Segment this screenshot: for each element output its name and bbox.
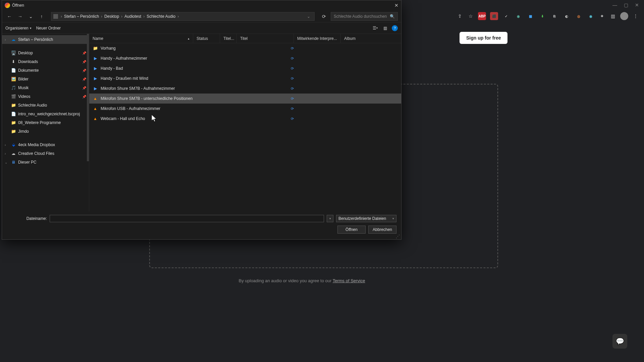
resize-grip[interactable]: ⋰ — [396, 234, 400, 239]
video-icon: ▶ — [93, 56, 98, 61]
extension-icon[interactable]: ◎ — [575, 12, 583, 20]
chevron-down-icon[interactable]: ⌄ — [5, 161, 9, 164]
chrome-icon — [5, 3, 10, 8]
recent-dropdown[interactable]: ⌄ — [27, 12, 35, 20]
sidebar-item[interactable]: ⬇Downloads📌 — [2, 57, 89, 66]
sidebar-item[interactable]: 🖼️Bilder📌 — [2, 75, 89, 83]
sync-icon: ⟳ — [291, 76, 294, 81]
share-icon[interactable]: ⇪ — [457, 13, 463, 19]
chevron-right-icon[interactable]: › — [5, 152, 9, 156]
column-album[interactable]: Album — [341, 34, 374, 43]
extension-icon[interactable]: ⎘ — [550, 12, 558, 20]
sidebar-item[interactable]: 📄Dokumente📌 — [2, 66, 89, 75]
terms-link[interactable]: Terms of Service — [333, 278, 365, 283]
pin-icon: 📌 — [82, 77, 86, 81]
extension-icon[interactable]: ◉ — [514, 12, 522, 20]
sidebar-item[interactable]: 📁Schlechte Audio — [2, 101, 89, 110]
breadcrumb-item[interactable]: Stefan – Persönlich — [63, 14, 100, 19]
view-mode-button[interactable]: ☰ ▾ — [372, 25, 378, 32]
column-name[interactable]: Name▴ — [89, 34, 193, 43]
extension-icon[interactable]: ⬇ — [538, 12, 546, 20]
sidebar-item-label: Musik — [18, 85, 29, 90]
sidebar-item[interactable]: 📁08_Weitere Programme — [2, 118, 89, 127]
file-row[interactable]: ▶Handy - Bad⟳ — [89, 63, 401, 73]
chevron-right-icon[interactable]: › — [5, 38, 9, 42]
sidebar-item[interactable]: 🎵Musik📌 — [2, 83, 89, 92]
extension-icon[interactable]: ◐ — [562, 12, 571, 20]
column-artist[interactable]: Mitwirkende Interpre... — [294, 34, 341, 43]
organize-button[interactable]: Organisieren ▾ — [5, 26, 32, 31]
new-folder-button[interactable]: Neuer Ordner — [36, 26, 61, 31]
column-headers: Name▴ Status Titel... Titel Mitwirkende … — [89, 34, 401, 43]
file-row[interactable]: ▶Handy - Draußen mit Wind⟳ — [89, 73, 401, 83]
sidebar-item[interactable]: 🖥️Desktop📌 — [2, 49, 89, 57]
sidebar-item-label: Videos — [18, 94, 30, 99]
sidebar-item[interactable]: 📄intro_neu_weichgezeichnet.tscproj — [2, 110, 89, 118]
profile-avatar-icon[interactable] — [620, 12, 628, 20]
extension-icon[interactable]: ◉ — [587, 12, 595, 20]
scrollbar[interactable] — [87, 34, 89, 161]
up-button[interactable]: ↑ — [38, 12, 46, 20]
sidebar-item-label: Jimdo — [18, 129, 29, 134]
filename-input[interactable] — [50, 215, 324, 222]
folder-icon: 🎬 — [11, 94, 16, 99]
search-input[interactable]: Schlechte Audio durchsuchen 🔍 — [331, 12, 398, 21]
back-button[interactable]: ← — [5, 12, 13, 20]
file-name: Handy - Aufnahmezimmer — [101, 56, 147, 61]
file-row[interactable]: ▲Mikrofon USB - Aufnahmezimmer⟳ — [89, 104, 401, 114]
sidebar-item[interactable]: 📁Jimdo — [2, 127, 89, 136]
extension-icon[interactable]: ✓ — [502, 12, 510, 20]
breadcrumb-item[interactable]: Desktop — [103, 14, 120, 19]
column-status[interactable]: Status — [193, 34, 220, 43]
chevron-down-icon[interactable]: ⌄ — [305, 14, 312, 19]
cancel-button[interactable]: Abbrechen — [368, 226, 396, 234]
close-icon[interactable]: ✕ — [635, 2, 639, 8]
column-tracknum[interactable]: Titel... — [220, 34, 237, 43]
sidepanel-icon[interactable]: ▥ — [609, 13, 616, 19]
column-title[interactable]: Titel — [237, 34, 294, 43]
breadcrumb[interactable]: › Stefan – Persönlich› Desktop› Audiotes… — [51, 12, 315, 21]
sidebar-item-thispc[interactable]: ⌄ 🖥 Dieser PC — [2, 158, 89, 167]
file-row[interactable]: ▶Mikrofon Shure SM7B - Aufnahmezimmer⟳ — [89, 83, 401, 94]
maximize-icon[interactable]: ▢ — [624, 2, 628, 8]
folder-icon: 📄 — [11, 68, 16, 73]
file-row[interactable]: ▲Webcam - Hall und Echo⟳ — [89, 114, 401, 124]
dropbox-icon: ⬙ — [11, 142, 16, 147]
navigation-row: ← → ⌄ ↑ › Stefan – Persönlich› Desktop› … — [2, 10, 401, 22]
extension-icon[interactable]: ⬛ — [490, 12, 498, 20]
filetype-filter[interactable]: Benutzerdefinierte Dateien▾ — [336, 215, 396, 222]
preview-pane-button[interactable]: ▥ — [382, 25, 388, 32]
chevron-right-icon[interactable]: › — [5, 143, 9, 147]
minimize-icon[interactable]: — — [612, 2, 617, 8]
browser-window-controls: — ▢ ✕ — [577, 0, 644, 10]
signup-button[interactable]: Sign up for free — [460, 32, 507, 44]
video-icon: ▶ — [93, 86, 98, 91]
star-icon[interactable]: ☆ — [467, 13, 474, 19]
sidebar-item[interactable]: 🎬Videos📌 — [2, 92, 89, 101]
sidebar-item-onedrive[interactable]: › ☁ Stefan – Persönlich — [2, 35, 89, 44]
sidebar-item-dropbox[interactable]: › ⬙ 4eck Media Dropbox — [2, 140, 89, 149]
filename-label: Dateiname: — [7, 216, 47, 221]
extension-abp-icon[interactable]: ABP — [478, 12, 486, 20]
chat-icon[interactable]: 💬 — [612, 334, 627, 349]
close-icon[interactable]: ✕ — [394, 3, 398, 8]
help-icon[interactable]: ? — [392, 25, 398, 31]
menu-icon[interactable]: ⋮ — [632, 13, 639, 19]
pin-icon: 📌 — [82, 60, 86, 64]
filename-dropdown[interactable]: ▾ — [327, 215, 333, 222]
dialog-footer: Dateiname: ▾ Benutzerdefinierte Dateien▾… — [2, 212, 401, 237]
open-button[interactable]: Öffnen — [337, 226, 366, 234]
refresh-button[interactable]: ⟳ — [320, 12, 328, 20]
breadcrumb-item[interactable]: Audiotest — [123, 14, 143, 19]
pin-icon: 📌 — [82, 69, 86, 72]
breadcrumb-item[interactable]: Schlechte Audio — [145, 14, 177, 19]
sidebar-item-cc[interactable]: › ☁ Creative Cloud Files — [2, 149, 89, 158]
file-row[interactable]: ▲Mikrofon Shure SM7B - unterschiedliche … — [89, 94, 401, 104]
extension-icon[interactable]: ▦ — [526, 12, 534, 20]
extensions-icon[interactable]: ✦ — [599, 13, 605, 19]
sync-icon: ⟳ — [291, 117, 294, 121]
forward-button[interactable]: → — [16, 12, 24, 20]
toolbar-row: Organisieren ▾ Neuer Ordner ☰ ▾ ▥ ? — [2, 22, 401, 34]
file-row[interactable]: 📁Vorhang⟳ — [89, 43, 401, 53]
file-row[interactable]: ▶Handy - Aufnahmezimmer⟳ — [89, 53, 401, 63]
